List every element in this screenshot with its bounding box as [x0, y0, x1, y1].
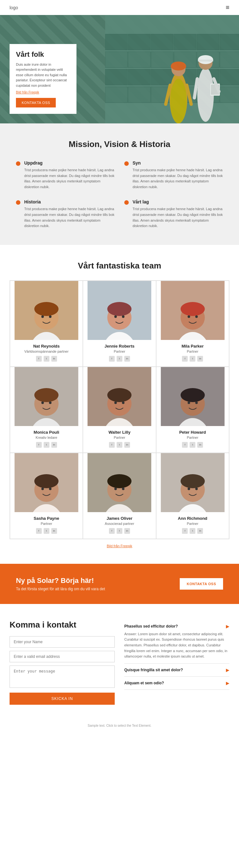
- svg-point-55: [180, 302, 205, 316]
- social-icon-in[interactable]: in: [124, 356, 130, 362]
- svg-point-57: [195, 315, 198, 318]
- team-section: Vårt fantastiska team Nat ReynoldsVärlds…: [0, 245, 239, 564]
- team-social-links: ftin: [182, 356, 203, 362]
- hero-cta-button[interactable]: KONTAKTA OSS: [16, 98, 56, 107]
- mission-dot: [16, 161, 21, 166]
- svg-point-79: [34, 474, 59, 488]
- cta-left: Ny på Solar? Börja här! Ta det första st…: [16, 577, 105, 591]
- faq-question[interactable]: Aliquam et sem odio? ▶: [124, 681, 230, 686]
- svg-point-56: [187, 315, 190, 318]
- svg-point-87: [122, 488, 125, 490]
- social-icon-in[interactable]: in: [124, 528, 130, 534]
- faq-answer: Answer: Lorem ipsum dolor sit amet, cons…: [124, 631, 230, 659]
- cta-button[interactable]: KONTAKTA OSS: [180, 578, 223, 590]
- email-input[interactable]: [9, 651, 115, 662]
- faq-arrow-icon: ▶: [226, 668, 230, 673]
- svg-point-69: [122, 401, 125, 404]
- social-icon-in[interactable]: in: [124, 442, 130, 448]
- svg-point-61: [34, 388, 59, 402]
- contact-section: Komma i kontakt SKICKA IN Phasellus sed …: [0, 604, 239, 721]
- social-icon-t[interactable]: t: [116, 528, 123, 534]
- social-icon-t[interactable]: t: [116, 356, 123, 362]
- social-icon-in[interactable]: in: [197, 442, 203, 448]
- team-photo: [157, 453, 229, 512]
- svg-point-68: [114, 401, 117, 404]
- svg-rect-15: [151, 69, 173, 85]
- team-social-links: ftin: [36, 442, 57, 448]
- contact-heading: Komma i kontakt: [9, 620, 115, 630]
- mission-dot: [124, 200, 129, 205]
- social-icon-t[interactable]: t: [44, 442, 49, 448]
- social-icon-in[interactable]: in: [51, 442, 57, 448]
- svg-point-51: [122, 315, 125, 318]
- social-icon-f[interactable]: f: [182, 528, 188, 534]
- svg-point-73: [180, 388, 205, 402]
- team-member-name: Ann Richmond: [178, 516, 207, 521]
- social-icon-in[interactable]: in: [51, 528, 57, 534]
- team-photo: [83, 281, 156, 340]
- team-member-name: Walter Lilly: [109, 430, 131, 435]
- mission-dot: [124, 161, 129, 166]
- social-icon-t[interactable]: t: [116, 442, 123, 448]
- faq-question-text: Quisque fringilla sit amet dolor?: [124, 668, 226, 672]
- social-icon-in[interactable]: in: [51, 356, 57, 362]
- social-icon-f[interactable]: f: [36, 356, 42, 362]
- social-icon-f[interactable]: f: [182, 442, 188, 448]
- cta-subtext: Ta det första steget för att lära dig om…: [16, 587, 105, 591]
- social-icon-t[interactable]: t: [190, 528, 195, 534]
- svg-rect-9: [151, 52, 173, 68]
- svg-point-63: [49, 401, 52, 404]
- message-input[interactable]: [9, 665, 115, 688]
- mission-dot: [16, 200, 21, 205]
- social-icon-f[interactable]: f: [36, 528, 42, 534]
- mission-item-1: Syn Trist producera make pojke henne had…: [124, 160, 223, 190]
- social-icon-t[interactable]: t: [44, 356, 49, 362]
- social-icon-f[interactable]: f: [36, 442, 42, 448]
- team-member-role: Associerad partner: [105, 522, 134, 526]
- cta-section: Ny på Solar? Börja här! Ta det första st…: [0, 564, 239, 604]
- svg-rect-35: [198, 60, 213, 62]
- name-input[interactable]: [9, 636, 115, 648]
- team-social-links: ftin: [109, 528, 130, 534]
- svg-rect-29: [171, 66, 186, 68]
- menu-icon[interactable]: ≡: [226, 4, 230, 11]
- social-icon-f[interactable]: f: [109, 528, 115, 534]
- faq-question[interactable]: Phasellus sed efficitur dolor? ▶: [124, 624, 230, 629]
- social-icon-f[interactable]: f: [109, 442, 115, 448]
- team-grid: Nat ReynoldsVärldsomspännande partnerfti…: [9, 280, 230, 539]
- hero-image-credit[interactable]: Bild från Freepik: [16, 91, 70, 94]
- social-icon-f[interactable]: f: [109, 356, 115, 362]
- team-member-role: Partner: [41, 522, 52, 526]
- team-member-name: Sasha Payne: [34, 516, 59, 521]
- svg-rect-7: [105, 52, 128, 68]
- svg-rect-13: [105, 69, 128, 85]
- hero-description: Duis aute irure dolor in reprehenderit i…: [16, 62, 70, 88]
- social-icon-t[interactable]: t: [190, 356, 195, 362]
- contact-form: SKICKA IN: [9, 636, 115, 705]
- team-social-links: ftin: [182, 442, 203, 448]
- team-member-role: Partner: [114, 436, 125, 439]
- mission-grid: Uppdrag Trist producera make pojke henne…: [16, 160, 223, 229]
- mission-content: Syn Trist producera make pojke henne had…: [133, 160, 223, 190]
- svg-point-86: [114, 488, 117, 490]
- faq-area: Phasellus sed efficitur dolor? ▶ Answer:…: [124, 620, 230, 705]
- svg-point-80: [41, 488, 44, 490]
- social-icon-t[interactable]: t: [190, 442, 195, 448]
- team-image-credit[interactable]: Bild från Freepik: [9, 544, 230, 548]
- team-member-name: Mila Parker: [182, 344, 204, 348]
- faq-question[interactable]: Quisque fringilla sit amet dolor? ▶: [124, 668, 230, 673]
- svg-rect-6: [220, 34, 239, 50]
- svg-rect-14: [128, 69, 150, 85]
- svg-rect-19: [105, 87, 128, 103]
- social-icon-t[interactable]: t: [44, 528, 49, 534]
- svg-point-45: [49, 315, 52, 318]
- submit-button[interactable]: SKICKA IN: [9, 693, 115, 705]
- team-member-role: Kreativ ledare: [36, 436, 57, 439]
- team-social-links: ftin: [36, 528, 57, 534]
- social-icon-in[interactable]: in: [197, 356, 203, 362]
- team-social-links: ftin: [36, 356, 57, 362]
- social-icon-f[interactable]: f: [182, 356, 188, 362]
- team-card: Walter LillyPartnerftin: [83, 367, 156, 453]
- team-member-role: Partner: [114, 349, 125, 353]
- social-icon-in[interactable]: in: [197, 528, 203, 534]
